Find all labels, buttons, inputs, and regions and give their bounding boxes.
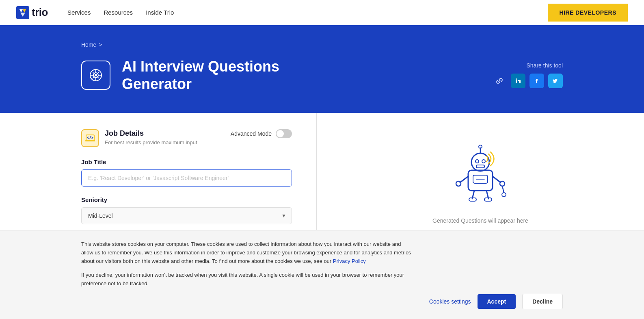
svg-line-27 xyxy=(502,186,504,193)
seniority-label: Seniority xyxy=(81,196,292,203)
svg-point-28 xyxy=(502,193,506,197)
twitter-icon xyxy=(552,77,559,85)
nav-inside-trio[interactable]: Inside Trio xyxy=(146,9,174,16)
job-details-left: Job Details For best results provide max… xyxy=(81,129,197,147)
hero-title-line2: Generator xyxy=(122,76,192,92)
job-title-input[interactable] xyxy=(81,169,292,187)
linkedin-icon xyxy=(514,77,522,85)
share-area: Share this tool xyxy=(492,62,563,88)
nav-resources[interactable]: Resources xyxy=(104,9,133,16)
svg-point-10 xyxy=(95,74,97,76)
svg-point-26 xyxy=(500,181,505,186)
ai-brain-icon xyxy=(87,66,105,84)
hero-banner: Home > AI Interview Questions Generator xyxy=(0,25,644,113)
hero-content: AI Interview Questions Generator Share t… xyxy=(81,58,563,93)
seniority-select[interactable]: Junior Mid-Level Senior Lead Principal xyxy=(81,207,292,224)
generated-questions-placeholder: Generated Questions will appear here xyxy=(432,217,528,224)
logo-text: trio xyxy=(32,6,48,19)
laptop-code-icon xyxy=(85,133,95,143)
svg-rect-18 xyxy=(468,170,493,191)
share-linkedin-button[interactable] xyxy=(511,74,525,88)
job-icon xyxy=(81,129,99,147)
logo[interactable]: trio xyxy=(16,6,48,19)
job-details-header: Job Details For best results provide max… xyxy=(81,129,292,147)
share-facebook-button[interactable] xyxy=(529,74,544,88)
facebook-icon xyxy=(533,77,540,85)
right-panel: Generated Questions will appear here xyxy=(317,113,644,241)
svg-point-20 xyxy=(475,160,479,163)
share-label: Share this tool xyxy=(527,62,563,69)
nav-links: Services Resources Inside Trio xyxy=(67,9,174,16)
nav-services[interactable]: Services xyxy=(67,9,91,16)
breadcrumb: Home > xyxy=(81,41,563,48)
trio-logo-icon xyxy=(16,6,29,19)
cookie-banner: This website stores cookies on your comp… xyxy=(0,230,644,241)
hero-title-line1: AI Interview Questions xyxy=(122,58,279,75)
svg-line-25 xyxy=(493,176,501,182)
link-icon xyxy=(495,77,504,85)
share-twitter-button[interactable] xyxy=(548,74,563,88)
advanced-mode-toggle-area: Advanced Mode xyxy=(231,129,292,138)
hero-tool-icon-box xyxy=(81,61,110,90)
hire-developers-button[interactable]: HIRE DEVELOPERS xyxy=(548,4,628,22)
svg-rect-17 xyxy=(85,140,95,141)
job-details-info: Job Details For best results provide max… xyxy=(105,129,197,145)
job-details-subtitle: For best results provide maximum input xyxy=(105,139,197,145)
cookie-text-1: This website stores cookies on your comp… xyxy=(81,240,414,241)
svg-rect-12 xyxy=(516,80,517,83)
seniority-select-wrapper: Junior Mid-Level Senior Lead Principal ▼ xyxy=(81,207,292,224)
navbar: trio Services Resources Inside Trio HIRE… xyxy=(0,0,644,25)
svg-point-24 xyxy=(456,181,461,186)
breadcrumb-home[interactable]: Home xyxy=(81,41,96,48)
share-icons xyxy=(492,74,563,88)
job-details-title: Job Details xyxy=(105,129,197,138)
advanced-mode-toggle[interactable] xyxy=(276,129,292,138)
breadcrumb-separator: > xyxy=(99,41,102,48)
svg-rect-22 xyxy=(476,165,484,168)
advanced-mode-label: Advanced Mode xyxy=(231,130,272,137)
svg-point-13 xyxy=(516,78,517,80)
svg-point-21 xyxy=(482,160,485,163)
main-content: Job Details For best results provide max… xyxy=(0,113,644,241)
share-link-button[interactable] xyxy=(492,74,507,88)
svg-line-23 xyxy=(460,176,468,182)
job-title-label: Job Title xyxy=(81,158,292,165)
robot-illustration xyxy=(440,130,521,211)
left-panel: Job Details For best results provide max… xyxy=(0,113,317,241)
hero-title: AI Interview Questions Generator xyxy=(122,58,279,93)
